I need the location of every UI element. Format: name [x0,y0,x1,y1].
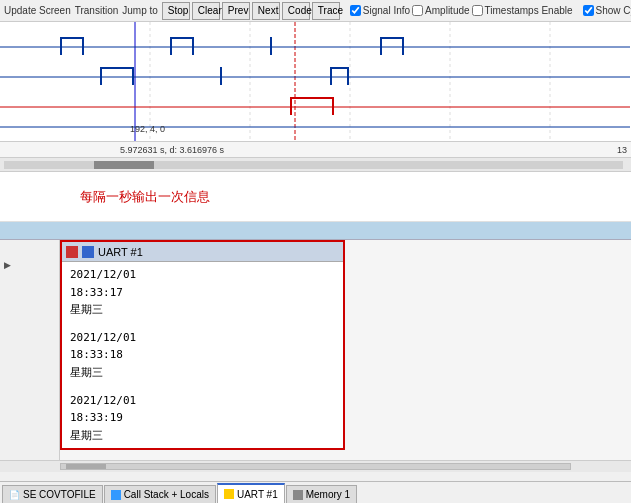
svg-rect-23 [220,67,222,85]
uart-label: 星期三 [70,427,335,445]
signal-info-checkbox[interactable] [350,5,361,16]
uart-time: 18:33:19 [70,409,335,427]
ruler-area: 5.972631 s, d: 3.616976 s 13 [0,142,631,158]
trace-button[interactable]: Trace [312,2,340,20]
bottom-tabs: 📄 SE COVTOFILE Call Stack + Locals UART … [0,481,631,503]
svg-rect-13 [172,37,192,39]
update-screen-group: Update Screen [4,5,73,16]
tab-se-covtofile-label: SE COVTOFILE [23,489,96,500]
tab-uart1[interactable]: UART #1 [217,483,285,503]
svg-rect-22 [132,67,134,85]
uart-entry: 2021/12/0118:33:17星期三 [70,266,335,319]
signal-info-label: Signal Info [363,5,410,16]
tab-uart1-label: UART #1 [237,489,278,500]
timestamps-label: Timestamps Enable [485,5,573,16]
stop-button[interactable]: Stop [162,2,190,20]
tab-se-covtofile[interactable]: 📄 SE COVTOFILE [2,485,103,503]
svg-rect-0 [0,22,631,141]
se-covtofile-icon: 📄 [9,490,20,500]
svg-rect-9 [60,37,62,55]
uart1-icon [224,489,234,499]
svg-rect-24 [330,67,332,85]
svg-rect-26 [347,67,349,85]
uart-icon-red [66,246,78,258]
svg-rect-16 [380,37,382,55]
svg-rect-11 [82,37,84,55]
svg-rect-17 [382,37,402,39]
timestamps-checkbox[interactable] [472,5,483,16]
main-content: ▶ UART #1 2021/12/0118:33:17星期三2021/12/0… [0,240,631,460]
svg-rect-30 [332,97,334,115]
svg-rect-14 [192,37,194,55]
svg-rect-15 [270,37,272,55]
jump-to-label: Jump to [122,5,158,16]
svg-rect-12 [170,37,172,55]
cursor-time-info: 5.972631 s, d: 3.616976 s [0,145,224,155]
svg-rect-10 [62,37,82,39]
show-cycles-group: Show Cycles [583,5,631,16]
jump-to-group: Jump to [122,5,160,16]
svg-rect-28 [290,97,292,115]
left-panel: ▶ [0,240,60,460]
timestamps-group: Timestamps Enable [472,5,573,16]
uart-header: UART #1 [62,242,343,262]
uart-date: 2021/12/01 [70,266,335,284]
uart-date: 2021/12/01 [70,329,335,347]
svg-rect-21 [102,67,132,69]
expand-arrow[interactable]: ▶ [4,260,59,270]
waveform-area: 192, 4, 0 [0,22,631,142]
amplitude-checkbox[interactable] [412,5,423,16]
tab-call-stack[interactable]: Call Stack + Locals [104,485,216,503]
show-cycles-checkbox[interactable] [583,5,594,16]
tab-call-stack-label: Call Stack + Locals [124,489,209,500]
next-button[interactable]: Next [252,2,280,20]
scroll-thumb[interactable] [66,464,106,469]
memory1-icon [293,490,303,500]
ruler-right-num: 13 [617,145,627,155]
signal-info-group: Signal Info [350,5,410,16]
transition-label: Transition [75,5,119,16]
uart-entry: 2021/12/0118:33:18星期三 [70,329,335,382]
transition-group: Transition [75,5,121,16]
highlight-bar [0,222,631,240]
uart-label: 星期三 [70,364,335,382]
code-button[interactable]: Code [282,2,310,20]
svg-rect-25 [332,67,347,69]
update-screen-label: Update Screen [4,5,71,16]
chinese-area: 每隔一秒输出一次信息 [0,172,631,222]
svg-text:192, 4, 0: 192, 4, 0 [130,124,165,134]
uart-entry: 2021/12/0118:33:19星期三 [70,392,335,445]
svg-rect-20 [100,67,102,85]
svg-rect-18 [402,37,404,55]
show-cycles-label: Show Cycles [596,5,631,16]
right-panel [350,240,631,460]
bottom-scrollbar[interactable] [0,460,631,472]
uart-time: 18:33:17 [70,284,335,302]
uart-body[interactable]: 2021/12/0118:33:17星期三2021/12/0118:33:18星… [62,262,343,448]
amplitude-label: Amplitude [425,5,469,16]
uart-icon-blue [82,246,94,258]
toolbar: Update Screen Transition Jump to Stop Cl… [0,0,631,22]
status-area [0,158,631,172]
tab-memory1-label: Memory 1 [306,489,350,500]
call-stack-icon [111,490,121,500]
clear-button[interactable]: Clear [192,2,220,20]
uart-panel: UART #1 2021/12/0118:33:17星期三2021/12/011… [60,240,345,450]
chinese-text: 每隔一秒输出一次信息 [80,188,210,206]
svg-rect-29 [292,97,332,99]
uart-time: 18:33:18 [70,346,335,364]
uart-label: 星期三 [70,301,335,319]
uart-title: UART #1 [98,246,143,258]
waveform-svg: 192, 4, 0 [0,22,631,141]
tab-memory1[interactable]: Memory 1 [286,485,357,503]
uart-date: 2021/12/01 [70,392,335,410]
prev-button[interactable]: Prev [222,2,250,20]
amplitude-group: Amplitude [412,5,469,16]
